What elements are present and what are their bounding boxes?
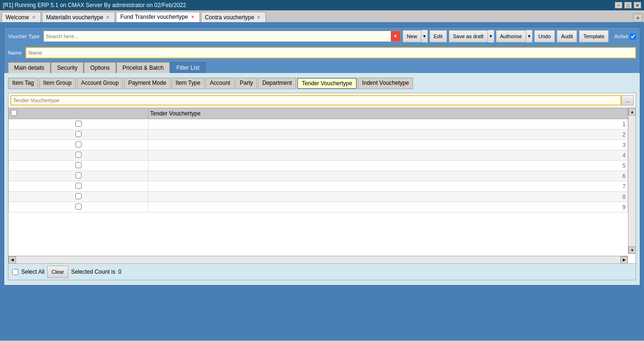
tab-filter-list[interactable]: Filter List [170,62,206,73]
row-checkbox[interactable] [75,204,82,210]
row-checkbox-cell[interactable] [9,192,149,202]
tab-pricelist-batch[interactable]: Pricelist & Batch [116,62,170,73]
table-row: 6 [9,171,628,181]
row-checkbox-cell[interactable] [9,161,149,171]
tab-materialin[interactable]: MaterialIn vouchertype ✕ [42,12,115,22]
sub-tab-account-group-label: Account Group [81,80,119,86]
row-checkbox[interactable] [75,162,82,168]
grid-search-input[interactable] [10,95,621,106]
scroll-down-button[interactable]: ▼ [628,246,636,254]
undo-button[interactable]: Undo [534,30,555,42]
sub-tab-item-tag[interactable]: Item Tag [8,78,38,89]
row-checkbox-cell[interactable] [9,150,149,161]
horizontal-scrollbar[interactable]: ◀ ▶ [8,256,628,263]
new-button[interactable]: New [403,30,421,42]
voucher-type-label: Voucher Type [8,33,40,39]
sub-tabs-row: Item Tag Item Group Account Group Paymen… [8,76,636,91]
sub-tab-department[interactable]: Department [258,78,296,89]
sub-tab-item-group[interactable]: Item Group [39,78,76,89]
sub-tab-party[interactable]: Party [235,78,257,89]
tab-main-details[interactable]: Main details [8,62,50,73]
window-title: [R1] Running ERP 5.1 on CMAX Server By a… [3,2,186,8]
row-checkbox-cell[interactable] [9,202,149,212]
tab-contra-close[interactable]: ✕ [256,15,262,20]
row-checkbox[interactable] [75,183,82,189]
voucher-type-search-input[interactable] [44,31,391,41]
tab-contra[interactable]: Contra vouchertype ✕ [201,12,266,22]
main-content: Voucher Type ▼ New ▼ Edit Save as draft … [0,23,644,341]
row-checkbox[interactable] [75,131,82,137]
row-checkbox-cell[interactable] [9,119,149,130]
tab-security[interactable]: Security [51,62,83,73]
active-status-checkbox[interactable] [630,33,636,40]
sub-tab-tender-vouchertype[interactable]: Tender Vouchertype [297,78,357,89]
data-table: Tender Vouchertype 1 2 3 [8,108,628,212]
authorise-button-group: Authorise ▼ [496,30,532,42]
tab-welcome-close[interactable]: ✕ [31,15,37,20]
scroll-left-button[interactable]: ◀ [8,256,16,264]
sub-tab-indent-vouchetype[interactable]: Indent Vouchetype [358,78,413,89]
tab-fundtransfer[interactable]: Fund Transfer vouchertype ✕ [116,12,199,22]
sub-tab-item-type[interactable]: Item Type [172,78,205,89]
sub-tab-item-type-label: Item Type [176,80,200,86]
add-tab-button[interactable]: + [633,14,643,22]
sub-tab-account-group[interactable]: Account Group [77,78,123,89]
new-button-group: New ▼ [403,30,428,42]
scroll-right-button[interactable]: ▶ [620,256,628,264]
row-number: 9 [148,202,627,212]
voucher-type-combo[interactable]: ▼ [43,31,401,42]
tab-materialin-close[interactable]: ✕ [105,15,111,20]
new-dropdown-arrow[interactable]: ▼ [421,30,428,42]
table-row: 9 [9,202,628,212]
vertical-scrollbar[interactable]: ▲ ▼ [628,108,636,254]
row-checkbox-cell[interactable] [9,181,149,192]
select-all-checkbox[interactable] [12,269,18,275]
edit-button[interactable]: Edit [429,30,447,42]
sub-tab-account[interactable]: Account [206,78,234,89]
tab-welcome-label: Welcome [6,14,29,21]
save-as-draft-button[interactable]: Save as draft [449,30,487,42]
form-tabs-row: Main details Security Options Pricelist … [4,60,640,73]
authorise-button[interactable]: Authorise [496,30,526,42]
row-number: 3 [148,140,627,150]
voucher-type-dropdown-arrow[interactable]: ▼ [391,31,400,41]
tab-fundtransfer-close[interactable]: ✕ [190,14,196,20]
row-checkbox[interactable] [75,172,82,179]
sub-tab-account-label: Account [210,80,230,86]
sub-tab-tender-vouchertype-label: Tender Vouchertype [302,80,352,87]
select-all-header-checkbox[interactable] [11,110,17,116]
row-checkbox-cell[interactable] [9,171,149,181]
sub-tab-payment-mode[interactable]: Payment Mode [124,78,171,89]
template-button[interactable]: Template [579,30,609,42]
row-number: 4 [148,150,627,161]
audit-button[interactable]: Audit [557,30,577,42]
clear-button[interactable]: Clear [47,266,68,278]
selected-count-label: Selected Count is [71,269,116,275]
row-checkbox[interactable] [75,141,82,147]
tab-pricelist-batch-label: Pricelist & Batch [123,65,164,71]
table-row: 5 [9,161,628,171]
grid-browse-button[interactable]: ... [621,95,634,106]
tab-options[interactable]: Options [84,62,116,73]
row-checkbox[interactable] [75,193,82,199]
tab-welcome[interactable]: Welcome ✕ [1,12,41,22]
h-scroll-track[interactable] [16,256,620,264]
scroll-up-button[interactable]: ▲ [628,108,636,115]
selected-count-value: 0 [118,269,122,275]
maximize-button[interactable]: □ [624,2,632,8]
row-checkbox[interactable] [75,121,82,127]
sub-tab-indent-vouchetype-label: Indent Vouchetype [362,80,409,86]
grid-search-row: ... [8,93,636,108]
scroll-track[interactable] [628,115,636,246]
save-draft-dropdown-arrow[interactable]: ▼ [487,30,494,42]
sub-tab-item-tag-label: Item Tag [12,80,34,86]
authorise-dropdown-arrow[interactable]: ▼ [526,30,532,42]
row-checkbox-cell[interactable] [9,130,149,140]
close-button[interactable]: ✕ [634,2,641,8]
row-checkbox[interactable] [75,152,82,158]
row-checkbox-cell[interactable] [9,140,149,150]
minimize-button[interactable]: − [615,2,622,8]
row-number: 5 [148,161,627,171]
name-input[interactable] [25,47,636,58]
tab-contra-label: Contra vouchertype [205,14,255,21]
